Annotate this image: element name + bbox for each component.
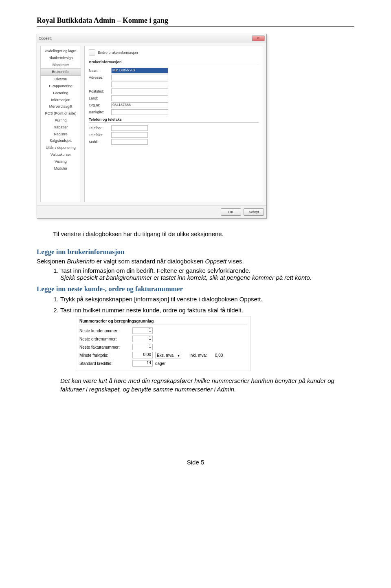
page-header: Royal Butikkdata Admin – Komme i gang bbox=[37, 16, 354, 27]
bankgiro-input[interactable] bbox=[111, 109, 168, 115]
kunde-input[interactable]: 1 bbox=[132, 327, 153, 334]
heading-brukerinfo: Legge inn brukerinformasjon bbox=[37, 248, 354, 256]
adresse-label: Adresse: bbox=[89, 75, 111, 80]
user-icon bbox=[89, 49, 95, 56]
dialog-main: Endre brukerinformasjon Brukerinformasjo… bbox=[84, 46, 263, 202]
nummerserie-snapshot: Nummerserier og beregningsgrunnlag Neste… bbox=[76, 316, 251, 371]
orgnr-label: Org.nr: bbox=[89, 103, 111, 107]
dialog-title: Oppsett bbox=[39, 36, 52, 40]
ordre-input[interactable]: 1 bbox=[132, 336, 153, 342]
sidebar-item-e-rapportering[interactable]: E-rapportering bbox=[41, 83, 81, 90]
kunde-label: Neste kundenummer: bbox=[79, 329, 132, 333]
close-button[interactable]: ✕ bbox=[252, 35, 265, 41]
pane-title: Endre brukerinformasjon bbox=[98, 51, 138, 55]
sidebar-item-avdelinger-og-lagre[interactable]: Avdelinger og lagre bbox=[41, 48, 81, 55]
sidebar-item-rabatter[interactable]: Rabatter bbox=[41, 124, 81, 131]
telefaks-label: Telefaks: bbox=[89, 133, 111, 137]
cancel-button[interactable]: Avbryt bbox=[244, 208, 264, 216]
telefon-input[interactable] bbox=[111, 125, 148, 131]
telefon-label: Telefon: bbox=[89, 126, 111, 130]
ordre-label: Neste ordrenummer: bbox=[79, 337, 132, 341]
sidebar-item-valutakurser[interactable]: Valutakurser bbox=[41, 151, 81, 158]
paragraph-brukerinfo-intro: Seksjonen Brukerinfo er valgt som standa… bbox=[37, 258, 354, 265]
sidebar-item-blankettdesign[interactable]: Blankettdesign bbox=[41, 55, 81, 62]
group-brukerinfo: Brukerinformasjon bbox=[89, 60, 259, 65]
close-icon: ✕ bbox=[257, 36, 260, 40]
faktura-input[interactable]: 1 bbox=[132, 344, 153, 350]
list-item: Tast inn informasjon om din bedrift. Fel… bbox=[60, 267, 354, 281]
sidebar-item-visning[interactable]: Visning bbox=[41, 158, 81, 165]
adresse-input-2[interactable] bbox=[111, 82, 168, 87]
kredittid-input[interactable]: 14 bbox=[132, 360, 153, 367]
poststed-label: Poststed: bbox=[89, 89, 111, 93]
dialog-sidebar: Avdelinger og lagreBlankettdesignBlanket… bbox=[40, 46, 81, 202]
chevron-down-icon: ▾ bbox=[178, 353, 180, 358]
mobil-input[interactable] bbox=[111, 139, 148, 145]
sidebar-item-brukerinfo-[interactable]: Brukerinfo. bbox=[41, 68, 81, 76]
sidebar-item-blanketter[interactable]: Blanketter bbox=[41, 62, 81, 69]
land-input[interactable] bbox=[111, 95, 168, 101]
bankgiro-label: Bankgiro: bbox=[89, 110, 111, 114]
land-label: Land: bbox=[89, 96, 111, 100]
navn-label: Navn: bbox=[89, 69, 111, 73]
poststed-input[interactable] bbox=[111, 88, 168, 94]
sidebar-item-registre[interactable]: Registre bbox=[41, 131, 81, 138]
sidebar-item-utl-n-deponering[interactable]: Utlån / deponering bbox=[41, 144, 81, 151]
sidebar-item-purring[interactable]: Purring bbox=[41, 117, 81, 124]
adresse-input[interactable] bbox=[111, 75, 168, 80]
navn-input[interactable]: Min Butikk AS bbox=[111, 68, 168, 73]
paragraph-dialog-intro: Til venstre i dialogboksen har du tilgan… bbox=[53, 230, 354, 238]
frakt-input[interactable]: 0,00 bbox=[132, 352, 153, 358]
sidebar-item-moduler[interactable]: Moduler bbox=[41, 165, 81, 172]
heading-nummerserier: Legge inn neste kunde-, ordre og faktura… bbox=[37, 285, 354, 293]
mva-combo[interactable]: Eks. mva.▾ bbox=[155, 352, 181, 358]
ok-button[interactable]: OK bbox=[221, 208, 241, 216]
group-telefon: Telefon og telefaks bbox=[89, 117, 259, 123]
page-footer: Side 5 bbox=[37, 459, 354, 466]
inkl-value: 0,00 bbox=[215, 353, 223, 358]
sidebar-item-salgsbudsjett[interactable]: Salgsbudsjett bbox=[41, 137, 81, 144]
list-item: Tast inn hvilket nummer neste kunde, ord… bbox=[60, 307, 354, 371]
sidebar-item-pos-point-of-sale-[interactable]: POS (Point of sale) bbox=[41, 110, 81, 117]
telefaks-input[interactable] bbox=[111, 132, 148, 138]
faktura-label: Neste fakturanummer: bbox=[79, 345, 132, 349]
kredittid-suffix: dager bbox=[155, 361, 166, 366]
dialog-titlebar: Oppsett ✕ bbox=[37, 34, 266, 42]
sidebar-item-factoring[interactable]: Factoring bbox=[41, 90, 81, 97]
mobil-label: Mobil: bbox=[89, 140, 111, 144]
frakt-label: Minste fraktpris: bbox=[79, 353, 132, 358]
paragraph-closing: Det kan være lurt å høre med din regnska… bbox=[60, 377, 354, 393]
kredittid-label: Standard kredittid: bbox=[79, 361, 132, 366]
oppsett-dialog: Oppsett ✕ Avdelinger og lagreBlankettdes… bbox=[37, 34, 267, 219]
inkl-label: Inkl. mva: bbox=[189, 353, 207, 358]
sidebar-item-informasjon[interactable]: Informasjon bbox=[41, 97, 81, 104]
sidebar-item-merverdiavgift[interactable]: Merverdiavgift bbox=[41, 103, 81, 110]
sidebar-item-diverse[interactable]: Diverse bbox=[41, 76, 81, 83]
orgnr-input[interactable]: 984187386 bbox=[111, 102, 168, 108]
list-item: Trykk på seksjonsknappen [informasjon] t… bbox=[60, 296, 354, 303]
snap-legend: Nummerserier og beregningsgrunnlag bbox=[79, 319, 247, 325]
